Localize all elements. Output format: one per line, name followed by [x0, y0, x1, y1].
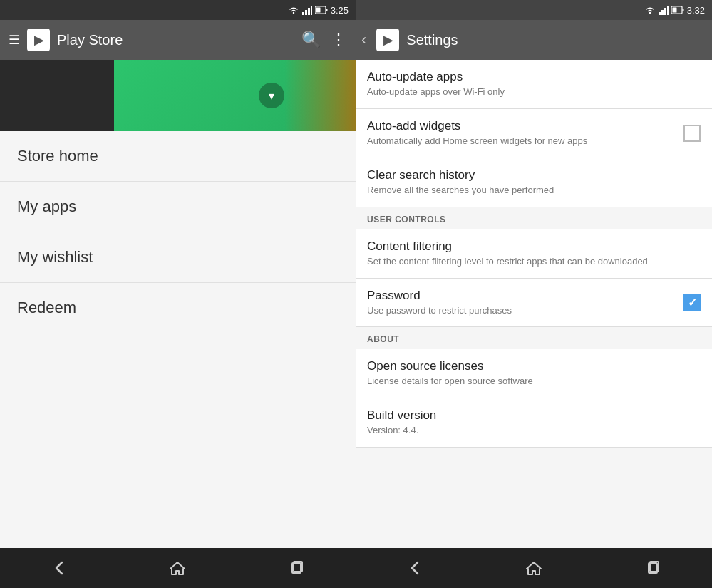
open-source-title: Open source licenses — [367, 359, 701, 373]
drawer-item-my-apps-label: My apps — [17, 197, 76, 215]
svg-rect-13 — [667, 6, 669, 15]
settings-item-auto-update[interactable]: Auto-update apps Auto-update apps over W… — [356, 60, 712, 109]
left-nav-bar — [0, 548, 356, 588]
left-panel: 3:25 ☰ ▶ Play Store 🔍 ⋮ ▾ Store home My … — [0, 0, 356, 588]
auto-add-widgets-checkbox[interactable] — [683, 125, 701, 142]
svg-rect-0 — [302, 12, 304, 15]
left-action-icons: 🔍 ⋮ — [301, 31, 347, 49]
settings-item-clear-search[interactable]: Clear search history Remove all the sear… — [356, 158, 712, 207]
banner-fade — [284, 60, 356, 131]
content-filtering-title: Content filtering — [367, 239, 701, 254]
left-status-icons: 3:25 — [288, 5, 349, 16]
drawer-item-store-home[interactable]: Store home — [0, 131, 356, 182]
password-subtitle: Use password to restrict purchases — [367, 305, 675, 317]
left-back-button[interactable] — [38, 554, 81, 582]
svg-rect-5 — [326, 9, 327, 11]
drawer-item-redeem-label: Redeem — [17, 299, 76, 316]
drawer-menu: Store home My apps My wishlist Redeem — [0, 131, 356, 548]
banner-thumbnail — [0, 60, 114, 131]
svg-rect-2 — [308, 8, 310, 15]
wifi-icon — [288, 5, 299, 15]
right-nav-bar — [356, 548, 712, 588]
right-wifi-icon — [644, 5, 656, 15]
drawer-item-my-apps[interactable]: My apps — [0, 182, 356, 232]
content-filtering-subtitle: Set the content filtering level to restr… — [367, 256, 701, 268]
svg-rect-3 — [311, 6, 312, 15]
password-checkbox[interactable] — [683, 294, 701, 311]
hamburger-menu-icon[interactable]: ☰ — [9, 32, 20, 48]
settings-item-open-source[interactable]: Open source licenses License details for… — [356, 349, 712, 398]
drawer-item-redeem[interactable]: Redeem — [0, 283, 356, 333]
banner-area: ▾ — [0, 60, 356, 131]
settings-item-auto-add-widgets[interactable]: Auto-add widgets Automatically add Home … — [356, 109, 712, 158]
clear-search-title: Clear search history — [367, 168, 701, 182]
left-app-title: Play Store — [57, 32, 294, 48]
open-source-subtitle: License details for open source software — [367, 376, 701, 388]
settings-item-password[interactable]: Password Use password to restrict purcha… — [356, 279, 712, 328]
svg-rect-11 — [661, 10, 664, 15]
password-title: Password — [367, 289, 675, 303]
svg-rect-16 — [672, 8, 676, 13]
auto-update-subtitle: Auto-update apps over Wi-Fi only — [367, 86, 701, 98]
banner-chevron-button[interactable]: ▾ — [259, 83, 284, 108]
svg-rect-10 — [659, 12, 661, 15]
svg-rect-1 — [305, 10, 307, 15]
right-home-button[interactable] — [512, 554, 555, 582]
section-about: ABOUT — [356, 327, 712, 349]
settings-back-button[interactable]: ‹ — [356, 31, 372, 49]
auto-update-title: Auto-update apps — [367, 70, 701, 84]
settings-item-build-version[interactable]: Build version Version: 4.4. — [356, 398, 712, 448]
settings-play-icon: ▶ — [376, 29, 399, 51]
right-back-button[interactable] — [393, 554, 436, 582]
more-icon[interactable]: ⋮ — [331, 31, 347, 49]
right-status-icons: 3:32 — [644, 5, 705, 16]
left-time: 3:25 — [331, 5, 349, 16]
left-app-bar: ☰ ▶ Play Store 🔍 ⋮ — [0, 20, 356, 60]
right-panel: 3:32 ‹ ▶ Settings Auto-update apps Auto-… — [356, 0, 712, 588]
build-version-title: Build version — [367, 408, 701, 423]
left-recents-button[interactable] — [275, 554, 318, 582]
right-time: 3:32 — [687, 5, 705, 16]
clear-search-subtitle: Remove all the searches you have perform… — [367, 185, 701, 197]
right-status-bar: 3:32 — [356, 0, 712, 20]
svg-rect-15 — [682, 9, 683, 11]
right-recents-button[interactable] — [631, 554, 674, 582]
build-version-subtitle: Version: 4.4. — [367, 425, 701, 437]
section-user-controls: USER CONTROLS — [356, 207, 712, 229]
svg-marker-7 — [170, 562, 185, 574]
drawer-item-my-wishlist-label: My wishlist — [17, 248, 93, 266]
settings-list: Auto-update apps Auto-update apps over W… — [356, 60, 712, 548]
settings-title: Settings — [403, 32, 706, 48]
settings-app-bar: ‹ ▶ Settings — [356, 20, 712, 60]
drawer-item-store-home-label: Store home — [17, 147, 98, 165]
search-icon[interactable]: 🔍 — [301, 31, 321, 49]
auto-add-widgets-title: Auto-add widgets — [367, 119, 675, 133]
left-status-bar: 3:25 — [0, 0, 356, 20]
drawer-item-my-wishlist[interactable]: My wishlist — [0, 232, 356, 283]
right-battery-icon — [671, 6, 684, 14]
right-signal-icon — [659, 5, 669, 15]
play-store-icon: ▶ — [27, 29, 50, 51]
auto-add-widgets-subtitle: Automatically add Home screen widgets fo… — [367, 135, 675, 148]
signal-icon — [302, 5, 312, 15]
left-home-button[interactable] — [156, 554, 199, 582]
battery-icon — [315, 6, 328, 14]
svg-rect-6 — [316, 8, 320, 13]
svg-marker-17 — [527, 562, 541, 574]
settings-item-content-filtering[interactable]: Content filtering Set the content filter… — [356, 229, 712, 279]
svg-rect-12 — [664, 8, 666, 15]
